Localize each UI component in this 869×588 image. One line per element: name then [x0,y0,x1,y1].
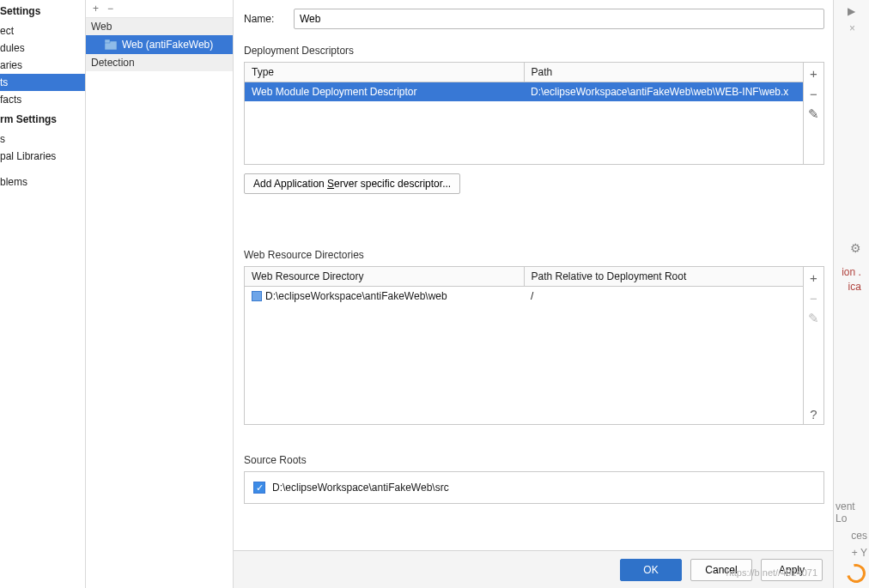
facet-detail-panel: Name: Deployment Descriptors Type Path W… [234,0,833,588]
background-editor-strip: ▶ × ⚙ ion . ica vent Lo ces + Y [833,0,869,588]
table-side-buttons: + − ✎ [803,63,823,164]
apply-button[interactable]: Apply [761,559,823,581]
settings-heading-2: rm Settings [0,108,85,130]
table-header: Web Resource Directory Path Relative to … [245,267,803,287]
tree-group-detection[interactable]: Detection [86,54,233,71]
settings-item-facets[interactable]: ts [0,74,85,91]
settings-item[interactable]: blems [0,173,85,191]
settings-sidebar: Settings ect dules aries ts facts rm Set… [0,0,86,588]
add-appserver-descriptor-button[interactable]: Add Application Server specific descript… [244,173,460,194]
settings-item[interactable]: ect [0,22,85,39]
source-roots-title: Source Roots [244,454,833,466]
dialog-button-bar: OK Cancel Apply https://b net//4014071 [234,550,833,588]
table-row[interactable]: D:\eclipseWorkspace\antiFakeWeb\web / [245,287,803,306]
col-type[interactable]: Type [245,63,525,82]
table-side-buttons: + − ✎ ? [803,267,823,424]
edit-row-button[interactable]: ✎ [804,104,824,124]
event-log-label[interactable]: vent Lo [836,500,867,524]
remove-facet-button[interactable]: − [107,3,113,14]
editor-red-text: ion . ica [842,265,861,294]
settings-item[interactable]: s [0,130,85,148]
cell-type: Web Module Deployment Descriptor [245,82,524,101]
run-icon[interactable]: ▶ [848,5,855,17]
settings-heading-1: Settings [0,0,85,22]
name-field-row: Name: [244,9,824,29]
tree-toolbar: + − [86,0,233,18]
col-path[interactable]: Path [525,63,804,82]
source-root-path: D:\eclipseWorkspace\antiFakeWeb\src [272,482,449,494]
close-tab-icon[interactable]: × [849,22,855,34]
deployment-descriptors-table: Type Path Web Module Deployment Descript… [244,62,824,165]
project-structure-dialog: Settings ect dules aries ts facts rm Set… [0,0,869,588]
ces-label: ces [851,530,867,542]
settings-item[interactable]: facts [0,91,85,108]
source-roots-list: ✓ D:\eclipseWorkspace\antiFakeWeb\src [244,471,824,504]
web-facet-icon [105,39,117,50]
name-label: Name: [244,13,285,25]
add-facet-button[interactable]: + [93,3,99,14]
facet-name-input[interactable] [294,9,824,29]
cell-rel: / [524,287,803,306]
cell-path: D:\eclipseWorkspace\antiFakeWeb\web\WEB-… [524,82,803,101]
tree-item-web-antifakeweb[interactable]: Web (antiFakeWeb) [86,35,233,54]
progress-spinner-icon [843,561,869,586]
settings-item[interactable]: dules [0,39,85,57]
table-row[interactable]: Web Module Deployment Descriptor D:\ecli… [245,82,803,101]
plus-y-label: + Y [852,547,867,559]
remove-row-button[interactable]: − [804,83,824,104]
ok-button[interactable]: OK [620,559,682,581]
add-row-button[interactable]: + [804,267,824,288]
folder-icon [252,291,262,301]
add-row-button[interactable]: + [804,63,824,83]
col-web-resource-dir[interactable]: Web Resource Directory [245,267,525,286]
source-root-checkbox[interactable]: ✓ [253,482,265,494]
cancel-button[interactable]: Cancel [690,559,752,581]
help-button[interactable]: ? [804,403,824,424]
web-resource-dirs-title: Web Resource Directories [244,249,833,261]
facet-tree-panel: + − Web Web (antiFakeWeb) Detection [86,0,234,588]
settings-item[interactable]: aries [0,57,85,74]
cell-dir: D:\eclipseWorkspace\antiFakeWeb\web [245,287,524,306]
col-path-relative[interactable]: Path Relative to Deployment Root [525,267,804,286]
edit-row-button[interactable]: ✎ [804,308,824,329]
web-resource-dirs-table: Web Resource Directory Path Relative to … [244,266,824,425]
tree-group-web[interactable]: Web [86,18,233,35]
deployment-descriptors-title: Deployment Descriptors [244,45,833,57]
svg-rect-1 [105,39,110,43]
settings-item[interactable]: pal Libraries [0,148,85,165]
remove-row-button[interactable]: − [804,288,824,308]
gear-icon[interactable]: ⚙ [850,241,861,255]
table-header: Type Path [245,63,803,82]
tree-item-label: Web (antiFakeWeb) [122,39,213,51]
